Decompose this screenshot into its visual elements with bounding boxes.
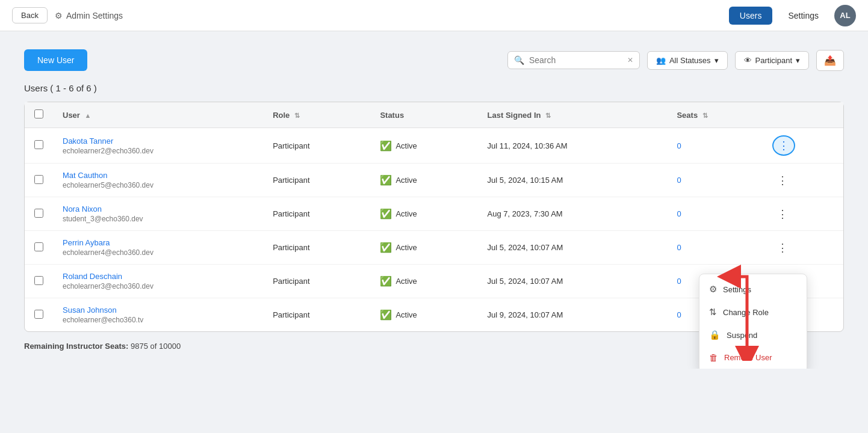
- context-remove-user-label: Remove User: [724, 353, 772, 362]
- actions-cell: ⋮: [763, 128, 843, 164]
- user-email: echolearner5@echo360.dev: [63, 181, 253, 189]
- user-name[interactable]: Dakota Tanner: [63, 137, 253, 146]
- row-checkbox-cell: [25, 231, 53, 265]
- row-checkbox[interactable]: [34, 175, 43, 184]
- table-row: Perrin Aybara echolearner4@echo360.dev P…: [25, 231, 843, 265]
- status-cell: ✅ Active: [370, 128, 477, 164]
- avatar[interactable]: AL: [834, 5, 856, 26]
- status-active-icon: ✅: [380, 275, 392, 287]
- actions-column-header: [763, 102, 843, 128]
- topnav-right: Users Settings AL: [729, 5, 856, 26]
- row-checkbox-cell: [25, 265, 53, 298]
- role-column-header[interactable]: Role ⇅: [263, 102, 370, 128]
- table-header-row: User ▲ Role ⇅ Status Last Signed In ⇅ Se…: [25, 102, 843, 128]
- user-name[interactable]: Roland Deschain: [63, 272, 253, 281]
- row-actions-button[interactable]: ⋮: [772, 205, 793, 223]
- context-menu-suspend[interactable]: 🔒 Suspend: [699, 324, 807, 346]
- last-signed-in-cell: Jul 9, 2024, 10:07 AM: [478, 298, 668, 332]
- seats-cell: 0: [667, 164, 763, 197]
- seats-cell: 0: [667, 231, 763, 265]
- user-email: echolearner2@echo360.dev: [63, 147, 253, 155]
- select-all-checkbox[interactable]: [34, 109, 43, 118]
- row-checkbox[interactable]: [34, 140, 43, 149]
- status-label: Active: [395, 209, 417, 218]
- eye-icon: 👁: [744, 56, 752, 65]
- seats-column-header[interactable]: Seats ⇅: [667, 102, 763, 128]
- back-button[interactable]: Back: [12, 7, 48, 23]
- search-input[interactable]: [529, 55, 622, 65]
- user-cell: Perrin Aybara echolearner4@echo360.dev: [53, 231, 263, 265]
- status-cell: ✅ Active: [370, 298, 477, 332]
- row-checkbox[interactable]: [34, 310, 43, 319]
- status-active-icon: ✅: [380, 174, 392, 186]
- user-name[interactable]: Susan Johnson: [63, 306, 253, 315]
- context-change-role-label: Change Role: [723, 308, 769, 317]
- users-count: Users ( 1 - 6 of 6 ): [24, 83, 844, 93]
- participant-filter[interactable]: 👁 Participant ▾: [735, 51, 809, 70]
- row-checkbox[interactable]: [34, 209, 43, 218]
- all-statuses-filter[interactable]: 👥 All Statuses ▾: [647, 51, 728, 70]
- seats-cell: 0: [667, 197, 763, 231]
- status-active-icon: ✅: [380, 309, 392, 321]
- search-wrapper: 🔍 ✕: [507, 51, 640, 69]
- row-checkbox-cell: [25, 164, 53, 197]
- admin-settings-label: ⚙ Admin Settings: [55, 11, 123, 20]
- user-column-header[interactable]: User ▲: [53, 102, 263, 128]
- all-statuses-label: All Statuses: [669, 56, 711, 65]
- context-suspend-label: Suspend: [727, 331, 757, 340]
- user-email: echolearner3@echo360.dev: [63, 282, 253, 290]
- main-content: New User 🔍 ✕ 👥 All Statuses ▾ 👁 Particip…: [0, 31, 868, 369]
- status-active-icon: ✅: [380, 242, 392, 253]
- context-menu-settings[interactable]: ⚙ Settings: [699, 278, 807, 301]
- user-cell: Dakota Tanner echolearner2@echo360.dev: [53, 128, 263, 164]
- sort-icon: ⇅: [702, 112, 708, 119]
- role-cell: Participant: [263, 197, 370, 231]
- export-button[interactable]: 📤: [816, 50, 844, 71]
- actions-cell: ⋮: [763, 197, 843, 231]
- user-cell: Roland Deschain echolearner3@echo360.dev: [53, 265, 263, 298]
- chevron-down-icon: ▾: [715, 56, 719, 65]
- table-row: Dakota Tanner echolearner2@echo360.dev P…: [25, 128, 843, 164]
- status-cell: ✅ Active: [370, 197, 477, 231]
- row-actions-button[interactable]: ⋮: [772, 171, 793, 189]
- user-cell: Nora Nixon student_3@echo360.dev: [53, 197, 263, 231]
- context-menu-change-role[interactable]: ⇅ Change Role: [699, 301, 807, 324]
- role-cell: Participant: [263, 265, 370, 298]
- top-navigation: Back ⚙ Admin Settings Users Settings AL: [0, 0, 868, 31]
- row-checkbox[interactable]: [34, 242, 43, 251]
- participant-label: Participant: [755, 56, 792, 65]
- sort-icon: ▲: [85, 112, 91, 119]
- row-actions-button[interactable]: ⋮: [772, 135, 795, 156]
- new-user-button[interactable]: New User: [24, 49, 87, 71]
- table-row: Nora Nixon student_3@echo360.dev Partici…: [25, 197, 843, 231]
- actions-cell: ⋮: [763, 164, 843, 197]
- last-signed-in-column-header[interactable]: Last Signed In ⇅: [478, 102, 668, 128]
- row-checkbox-cell: [25, 298, 53, 332]
- lock-icon: 🔒: [709, 330, 721, 340]
- people-icon: 👥: [656, 56, 666, 65]
- last-signed-in-cell: Jul 5, 2024, 10:07 AM: [478, 265, 668, 298]
- remaining-label: Remaining Instructor Seats:: [24, 342, 128, 351]
- select-all-column: [25, 102, 53, 128]
- change-role-icon: ⇅: [709, 307, 717, 318]
- last-signed-in-cell: Jul 5, 2024, 10:07 AM: [478, 231, 668, 265]
- last-signed-in-cell: Jul 11, 2024, 10:36 AM: [478, 128, 668, 164]
- settings-nav-button[interactable]: Settings: [777, 7, 829, 25]
- status-label: Active: [395, 277, 417, 286]
- row-actions-button[interactable]: ⋮: [772, 239, 793, 257]
- context-menu-remove-user[interactable]: 🗑 Remove User: [699, 346, 807, 369]
- role-cell: Participant: [263, 231, 370, 265]
- user-name[interactable]: Perrin Aybara: [63, 238, 253, 247]
- user-name[interactable]: Nora Nixon: [63, 204, 253, 213]
- users-nav-button[interactable]: Users: [729, 7, 773, 25]
- status-cell: ✅ Active: [370, 164, 477, 197]
- row-checkbox-cell: [25, 128, 53, 164]
- context-settings-label: Settings: [723, 285, 751, 294]
- role-cell: Participant: [263, 128, 370, 164]
- status-label: Active: [395, 310, 417, 319]
- status-cell: ✅ Active: [370, 231, 477, 265]
- clear-search-icon[interactable]: ✕: [627, 56, 633, 64]
- user-name[interactable]: Mat Cauthon: [63, 171, 253, 180]
- chevron-down-icon: ▾: [796, 56, 800, 65]
- row-checkbox[interactable]: [34, 276, 43, 285]
